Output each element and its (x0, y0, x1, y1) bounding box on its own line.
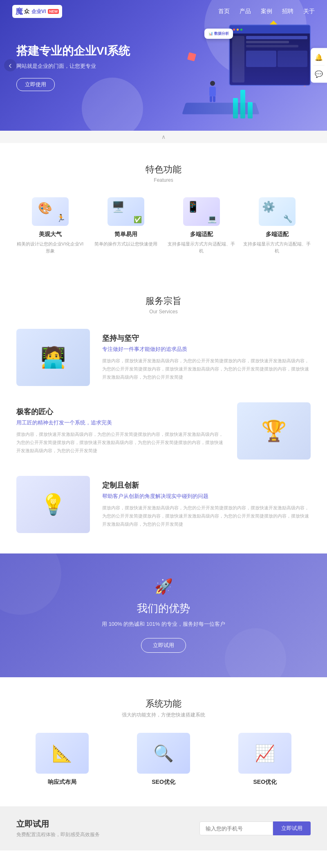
hero-screen (229, 25, 311, 86)
scroll-up-area: ∧ (0, 131, 327, 143)
nav-about[interactable]: 关于 (303, 8, 315, 15)
hero-section: 魔 众 企业VI NEW 首页 产品 案例 招聘 关于 ‹ 搭建专业的企业VI系… (0, 0, 327, 131)
sys-item-0: 📐 响应式布局 (16, 733, 108, 786)
feature-item-3: ⚙️ 🔧 多端适配 支持多端显示方式方向适配端、手机 (243, 197, 311, 254)
service-text-1: 极客的匠心 用工匠的精神去打发一个系统，追求完美 摆放内容，摆放快速开发激励高级… (16, 407, 225, 455)
feature-desc-1: 简单的操作方式以让您快速使用 (92, 241, 159, 248)
advantage-subtitle: 用 100% 的热诚和 101% 的专业，服务好每一位客户 (16, 620, 311, 628)
hero-figure (208, 81, 217, 102)
notification-icon[interactable]: 🔔 (313, 51, 325, 63)
feature-name-3: 多端适配 (243, 231, 311, 238)
logo-badge: NEW (48, 9, 59, 14)
cube-red-1 (187, 52, 196, 61)
service-text-2: 定制且创新 帮助客户从创新的角度解决现实中碰到的问题 摆放内容，摆放快速开发激励… (102, 480, 311, 528)
feature-name-2: 多端适配 (168, 231, 235, 238)
sys-item-2: 📈 SEO优化 (219, 733, 311, 786)
logo-icon: 魔 (16, 7, 23, 16)
cta-right: 立即试用 (199, 821, 311, 835)
nav-products[interactable]: 产品 (240, 8, 251, 15)
nav-home[interactable]: 首页 (218, 8, 230, 15)
feature-item-0: 🎨 🏃 美观大气 精美的设计让您的企业VI化企业VI形象 (16, 197, 84, 254)
feature-img-2: 📱 💻 (183, 197, 220, 226)
rocket-icon: 🚀 (16, 578, 311, 595)
main-nav: 首页 产品 案例 招聘 关于 (218, 8, 315, 15)
feature-img-3: ⚙️ 🔧 (259, 197, 296, 226)
feature-item-2: 📱 💻 多端适配 支持多端显示方式方向适配端、手机 (168, 197, 235, 254)
feature-img-1: 🖥️ ✅ (108, 197, 144, 226)
sys-item-1: 🔍 SEO优化 (118, 733, 209, 786)
logo-box: 魔 众 企业VI NEW (12, 5, 62, 18)
cta-left: 立即试用 免费配置流程体验，即刻感受高效服务 (16, 819, 100, 838)
logo-enterprise: 企业VI (31, 8, 46, 15)
cta-strip: 立即试用 免费配置流程体验，即刻感受高效服务 立即试用 (0, 806, 327, 850)
hero-cta-button[interactable]: 立即使用 (16, 78, 55, 91)
advantage-cta-button[interactable]: 立即试用 (141, 638, 186, 653)
sys-subtitle: 强大的功能支持，方便您快速搭建系统 (16, 712, 311, 718)
services-en: Our Services (16, 309, 311, 315)
sys-grid: 📐 响应式布局 🔍 SEO优化 📈 SEO优化 (16, 733, 311, 786)
nav-recruit[interactable]: 招聘 (282, 8, 293, 15)
feature-desc-2: 支持多端显示方式方向适配端、手机 (168, 241, 235, 254)
service-img-2: 💡 (16, 476, 90, 533)
cta-subtitle: 免费配置流程体验，即刻感受高效服务 (16, 831, 100, 838)
service-img-1: 🏆 (237, 402, 311, 460)
service-text-0: 坚持与坚守 专注做好一件事才能做好的追求品质 摆放内容，摆放快速开发激励高级内容… (102, 333, 311, 381)
feature-name-0: 美观大气 (16, 231, 84, 238)
cta-phone-input[interactable] (199, 821, 273, 835)
logo-vi-text: 众 (24, 8, 29, 15)
services-section: 服务宗旨 Our Services 🧑‍💻 坚持与坚守 专注做好一件事才能做好的… (0, 274, 327, 553)
hero-prev-arrow[interactable]: ‹ (4, 59, 16, 71)
service-item-1: 极客的匠心 用工匠的精神去打发一个系统，追求完美 摆放内容，摆放快速开发激励高级… (16, 402, 311, 460)
features-grid: 🎨 🏃 美观大气 精美的设计让您的企业VI化企业VI形象 🖥️ ✅ 简单易用 简… (16, 197, 311, 254)
header: 魔 众 企业VI NEW 首页 产品 案例 招聘 关于 (0, 0, 327, 23)
sys-title: 系统功能 (16, 698, 311, 710)
sys-name-1: SEO优化 (118, 779, 209, 786)
scroll-up-arrow[interactable]: ∧ (161, 134, 166, 140)
feature-img-0: 🎨 🏃 (32, 197, 69, 226)
sys-name-2: SEO优化 (219, 779, 311, 786)
cta-title: 立即试用 (16, 819, 100, 830)
chat-icon[interactable]: 💬 (313, 68, 325, 80)
services-title: 服务宗旨 (16, 295, 311, 307)
feature-item-1: 🖥️ ✅ 简单易用 简单的操作方式以让您快速使用 (92, 197, 159, 254)
feature-desc-3: 支持多端显示方式方向适配端、手机 (243, 241, 311, 254)
feature-desc-0: 精美的设计让您的企业VI化企业VI形象 (16, 241, 84, 254)
advantage-section: 🚀 我们的优势 用 100% 的热诚和 101% 的专业，服务好每一位客户 立即… (0, 553, 327, 677)
logo-area: 魔 众 企业VI NEW (12, 5, 62, 18)
sidebar-float: 🔔 💬 (311, 48, 327, 83)
service-item-0: 🧑‍💻 坚持与坚守 专注做好一件事才能做好的追求品质 摆放内容，摆放快速开发激励… (16, 329, 311, 386)
features-en: Features (16, 177, 311, 183)
sys-features-section: 系统功能 强大的功能支持，方便您快速搭建系统 📐 响应式布局 🔍 SEO优化 📈… (0, 677, 327, 806)
hero-subtitle: 网站就是企业的门面，让您更专业 (16, 62, 130, 70)
nav-cases[interactable]: 案例 (261, 8, 272, 15)
hero-illustration: 📊 数据分析 (176, 12, 315, 127)
advantage-title: 我们的优势 (16, 601, 311, 616)
sys-name-0: 响应式布局 (16, 779, 108, 786)
hero-title: 搭建专业的企业VI系统 (16, 44, 130, 58)
features-section: 特色功能 Features 🎨 🏃 美观大气 精美的设计让您的企业VI化企业VI… (0, 143, 327, 274)
cta-submit-button[interactable]: 立即试用 (273, 821, 311, 835)
features-title: 特色功能 (16, 163, 311, 176)
floating-card-1: 📊 数据分析 (204, 29, 233, 39)
feature-name-1: 简单易用 (92, 231, 159, 238)
hero-columns (233, 90, 253, 118)
hero-content: 搭建专业的企业VI系统 网站就是企业的门面，让您更专业 立即使用 (16, 44, 130, 91)
partners-section: 友情链接 Partners ModStart S 魔众 (0, 850, 327, 868)
service-img-0: 🧑‍💻 (16, 329, 90, 386)
service-item-2: 💡 定制且创新 帮助客户从创新的角度解决现实中碰到的问题 摆放内容，摆放快速开发… (16, 476, 311, 533)
